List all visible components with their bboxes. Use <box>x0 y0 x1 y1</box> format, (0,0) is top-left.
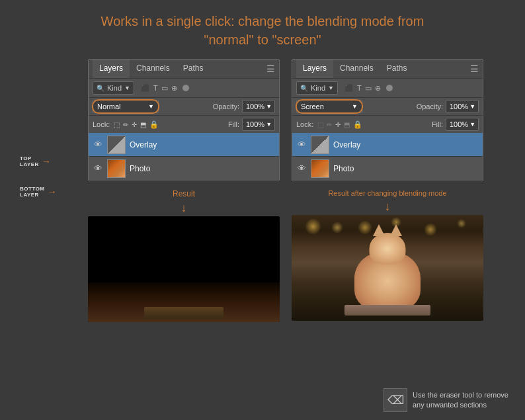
left-overlay-name: Overlay <box>130 140 157 149</box>
right-lock-brush[interactable]: ✏ <box>327 121 332 128</box>
left-overlay-thumb <box>107 136 126 154</box>
left-kind-label: Kind <box>107 84 122 92</box>
left-layer-type-icons: ⬛ T ▭ ⊕ <box>141 84 177 93</box>
left-text-icon[interactable]: T <box>153 84 158 92</box>
right-kind-dropdown[interactable]: 🔍 Kind ▼ <box>296 81 338 95</box>
left-photo-thumb <box>107 159 126 178</box>
right-fill-label: Fill: <box>432 120 443 128</box>
left-pixel-icon[interactable]: ⬛ <box>141 84 150 93</box>
eraser-hint: ⌫ Use the eraser tool to remove any unwa… <box>384 388 512 412</box>
right-layers-panel: Layers Channels Paths ☰ 🔍 Kind ▼ ⬛ T ▭ ⊕ <box>292 59 483 181</box>
left-dot-indicator <box>182 85 189 91</box>
left-blend-row: Normal ▼ Opacity: 100% ▼ <box>89 97 279 115</box>
right-text-icon[interactable]: T <box>357 84 362 92</box>
right-opacity-chevron: ▼ <box>469 103 475 110</box>
bottom-layer-arrow: → <box>48 187 58 197</box>
left-layer-photo[interactable]: 👁 Photo <box>89 157 279 181</box>
right-result-section: Result after changing blending mode ↓ <box>292 189 483 322</box>
left-lock-brush[interactable]: ✏ <box>123 121 128 128</box>
title: Works in a single click: change the blen… <box>0 0 525 56</box>
right-photo-eye-icon[interactable]: 👁 <box>296 163 307 173</box>
right-layer-type-icons: ⬛ T ▭ ⊕ <box>344 84 381 93</box>
right-kind-chevron: ▼ <box>328 85 334 91</box>
right-dot-indicator <box>386 85 393 91</box>
right-lock-row: Lock: ⬚ ✏ ✛ ⬒ 🔒 Fill: 100% ▼ <box>292 115 483 133</box>
left-lock-artboard[interactable]: ⬒ <box>140 121 146 128</box>
right-opacity-label: Opacity: <box>417 103 443 110</box>
title-line2: "normal" to "screen" <box>204 32 321 47</box>
right-adjust-icon[interactable]: ⊕ <box>375 84 381 93</box>
left-result-image <box>88 216 280 322</box>
left-overlay-eye-icon[interactable]: 👁 <box>93 140 103 149</box>
right-result-label-text: Result after changing blending mode <box>328 189 446 197</box>
right-layer-photo[interactable]: 👁 Photo <box>292 157 483 181</box>
left-lock-label: Lock: <box>93 120 110 128</box>
right-tab-channels[interactable]: Channels <box>333 60 380 78</box>
right-opacity-row: Opacity: 100% ▼ <box>417 100 479 113</box>
right-pixel-icon[interactable]: ⬛ <box>344 84 354 93</box>
left-blend-dropdown[interactable]: Normal ▼ <box>93 100 159 113</box>
right-fill-input[interactable]: 100% ▼ <box>446 118 479 131</box>
left-fill-chevron: ▼ <box>266 121 272 128</box>
left-opacity-row: Opacity: 100% ▼ <box>213 100 275 113</box>
left-kind-dropdown[interactable]: 🔍 Kind ▼ <box>93 81 134 95</box>
right-overlay-thumb <box>311 136 329 154</box>
right-fill-row: Fill: 100% ▼ <box>432 118 479 131</box>
left-photo-eye-icon[interactable]: 👁 <box>93 163 103 173</box>
right-blend-row: Screen ▼ Opacity: 100% ▼ <box>292 97 483 115</box>
left-layers-panel: Layers Channels Paths ☰ 🔍 Kind ▼ ⬛ T ▭ ⊕ <box>88 59 280 181</box>
right-panel-menu-icon[interactable]: ☰ <box>470 63 479 74</box>
left-blend-chevron: ▼ <box>148 103 154 110</box>
right-search-row: 🔍 Kind ▼ ⬛ T ▭ ⊕ <box>292 79 483 97</box>
left-tab-channels[interactable]: Channels <box>130 60 177 78</box>
right-kind-label: Kind <box>311 84 325 92</box>
right-overlay-eye-icon[interactable]: 👁 <box>296 140 307 149</box>
top-layer-arrow: → <box>42 156 52 167</box>
left-fill-input[interactable]: 100% ▼ <box>242 118 275 131</box>
left-opacity-chevron: ▼ <box>266 103 272 110</box>
left-lock-checkerboard[interactable]: ⬚ <box>114 121 120 128</box>
left-lock-all[interactable]: 🔒 <box>149 120 159 129</box>
left-opacity-label: Opacity: <box>213 103 239 110</box>
left-lock-icons: ⬚ ✏ ✛ ⬒ 🔒 <box>114 120 159 129</box>
right-lock-icons: ⬚ ✏ ✛ ⬒ 🔒 <box>317 120 362 129</box>
title-line1: Works in a single click: change the blen… <box>101 14 424 28</box>
right-tab-paths[interactable]: Paths <box>380 60 414 78</box>
right-photo-name: Photo <box>333 164 354 173</box>
left-result-label: Result <box>88 189 280 198</box>
left-panel-menu-icon[interactable]: ☰ <box>266 63 275 74</box>
right-lock-checkerboard[interactable]: ⬚ <box>317 121 323 128</box>
left-adjust-icon[interactable]: ⊕ <box>171 84 177 93</box>
bottom-layer-label: BOTTOM LAYER → <box>20 186 57 198</box>
left-tab-paths[interactable]: Paths <box>177 60 210 78</box>
right-result-arrow: ↓ <box>292 200 483 214</box>
right-blend-dropdown[interactable]: Screen ▼ <box>296 100 362 113</box>
left-shape-icon[interactable]: ▭ <box>161 84 168 93</box>
left-tab-layers[interactable]: Layers <box>93 60 130 78</box>
right-blend-chevron: ▼ <box>352 103 358 110</box>
left-blend-mode-value: Normal <box>97 103 145 110</box>
right-shape-icon[interactable]: ▭ <box>365 84 372 93</box>
right-photo-thumb <box>311 159 329 178</box>
right-opacity-input[interactable]: 100% ▼ <box>446 100 479 113</box>
right-lock-all[interactable]: 🔒 <box>353 120 362 129</box>
eraser-icon: ⌫ <box>387 393 404 407</box>
right-lock-artboard[interactable]: ⬒ <box>344 121 350 128</box>
left-lock-row: Lock: ⬚ ✏ ✛ ⬒ 🔒 Fill: 100% ▼ <box>89 115 279 133</box>
right-lock-move[interactable]: ✛ <box>335 121 341 128</box>
top-layer-label: TOP LAYER → <box>20 155 57 167</box>
left-panel-tabs: Layers Channels Paths ☰ <box>89 60 279 79</box>
right-result-image <box>292 215 483 321</box>
right-panel-tabs: Layers Channels Paths ☰ <box>292 60 483 79</box>
left-layer-overlay[interactable]: 👁 Overlay <box>89 133 279 157</box>
right-overlay-name: Overlay <box>333 140 360 149</box>
left-result-section: Result ↓ <box>88 189 280 322</box>
left-lock-move[interactable]: ✛ <box>132 121 137 128</box>
left-kind-chevron: ▼ <box>124 85 130 91</box>
left-opacity-input[interactable]: 100% ▼ <box>242 100 275 113</box>
right-tab-layers[interactable]: Layers <box>296 60 333 78</box>
right-fill-chevron: ▼ <box>469 121 475 128</box>
right-blend-mode-value: Screen <box>301 103 349 110</box>
right-layer-overlay[interactable]: 👁 Overlay <box>292 133 483 157</box>
right-lock-label: Lock: <box>296 120 313 128</box>
